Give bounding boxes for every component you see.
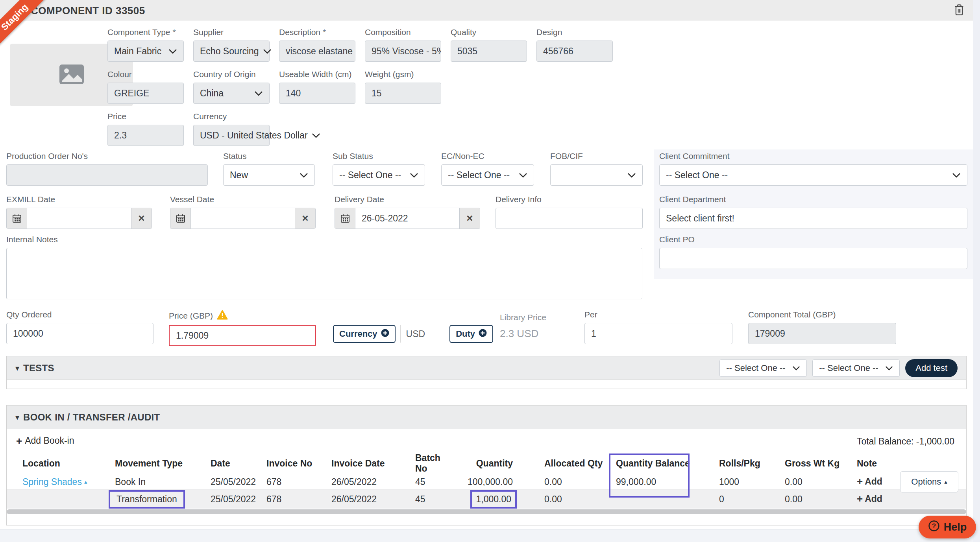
duty-add-button[interactable]: Duty [449,325,493,343]
client-po-field[interactable] [659,248,967,269]
currency-code-label: USD [406,329,425,339]
composition-label: Composition [365,28,441,37]
clear-icon[interactable]: × [459,208,480,229]
chevron-down-icon [519,173,527,178]
qty-ordered-field[interactable]: 100000 [6,323,153,344]
internal-notes-label: Internal Notes [6,235,58,244]
per-label: Per [584,310,732,319]
client-commitment-select[interactable]: -- Select One -- [659,164,967,186]
calendar-icon[interactable] [170,208,191,229]
delivery-date-field: 26-05-2022 × [335,208,480,229]
header-bar: COMPONENT ID 33505 [0,0,973,20]
composition-field[interactable]: 95% Viscose - 5% Elastane [365,41,441,62]
client-department-field[interactable]: Select client first! [659,208,967,229]
test-type-select[interactable]: -- Select One -- [719,359,807,377]
total-balance: Total Balance: -1,000.00 [857,436,954,447]
vessel-date-input[interactable] [191,208,295,229]
library-price-value: 2.3 USD [500,328,579,340]
production-order-field[interactable] [6,164,208,186]
chevron-down-icon [410,173,418,178]
image-icon [59,64,85,87]
delivery-date-input[interactable]: 26-05-2022 [355,208,459,229]
question-circle-icon: ? [928,520,940,535]
chevron-down-icon [885,366,893,371]
component-form-grid: Component Type * Main Fabric Supplier Ec… [107,28,613,146]
test-result-select[interactable]: -- Select One -- [812,359,900,377]
annotation-box-transformation: Transformation [109,490,185,509]
chevron-down-icon [952,173,961,178]
quality-field[interactable]: 5035 [451,41,527,62]
options-button[interactable]: Options▴ [900,471,958,492]
delivery-date-label: Delivery Date [335,195,480,204]
help-button[interactable]: ? Help [919,516,976,538]
description-field[interactable]: viscose elastane [279,41,355,62]
calendar-icon[interactable] [7,208,27,229]
caret-up-icon: ▴ [944,478,947,485]
table-row: Spring Shades▴ Book In 25/05/2022 678 26… [7,471,966,490]
chevron-down-icon [168,49,177,54]
description-label: Description * [279,28,355,37]
chevron-down-icon [263,49,272,54]
collapse-caret-icon: ▾ [15,413,19,422]
vessel-date-label: Vessel Date [170,195,316,204]
plus-circle-icon [479,329,487,339]
client-department-label: Client Department [659,195,967,204]
production-order-label: Production Order No's [6,151,208,161]
price-gbp-field[interactable]: 1.79009 [169,325,316,346]
per-field[interactable]: 1 [584,323,732,344]
price-field[interactable]: 2.3 [107,125,184,146]
add-bookin-link[interactable]: +Add Book-in [16,435,74,446]
divider [400,325,401,343]
location-link[interactable]: Spring Shades▴ [22,477,87,487]
client-po-label: Client PO [659,235,967,244]
ec-non-ec-select[interactable]: -- Select One -- [441,164,534,186]
calendar-icon[interactable] [335,208,355,229]
note-add-button[interactable]: +Add [857,494,882,504]
tests-title: TESTS [23,363,54,374]
clear-icon[interactable]: × [131,208,152,229]
weight-label: Weight (gsm) [365,70,441,79]
vessel-date-field: × [170,208,316,229]
colour-field[interactable]: GREIGE [107,83,184,104]
delivery-info-field[interactable] [496,208,643,229]
sub-status-select[interactable]: -- Select One -- [333,164,425,186]
component-total-label: Component Total (GBP) [748,310,896,319]
component-type-select[interactable]: Main Fabric [107,41,184,62]
internal-notes-textarea[interactable] [6,248,642,299]
bookin-panel: ▾ BOOK IN / TRANSFER /AUDIT +Add Book-in… [6,405,967,525]
page-gutter [973,0,980,542]
currency-add-button[interactable]: Currency [333,325,396,343]
bookin-table: Location Movement Type Date Invoice No I… [7,453,966,509]
country-select[interactable]: China [193,83,270,104]
bookin-header[interactable]: ▾ BOOK IN / TRANSFER /AUDIT [7,406,966,429]
note-add-button[interactable]: +Add [857,476,882,487]
currency-select[interactable]: USD - United States Dollar [193,125,270,146]
clear-icon[interactable]: × [295,208,315,229]
design-field[interactable]: 456766 [536,41,613,62]
fob-cif-label: FOB/CIF [550,151,643,161]
plus-circle-icon [381,329,389,339]
price-gbp-label: Price (GBP) [169,311,213,321]
colour-label: Colour [107,70,184,79]
weight-field[interactable]: 15 [365,83,441,104]
status-select[interactable]: New [223,164,315,186]
delivery-info-label: Delivery Info [496,195,643,204]
supplier-select[interactable]: Echo Sourcing [193,41,270,62]
plus-icon: + [857,476,863,487]
exmill-date-label: EXMILL Date [6,195,152,204]
tests-header[interactable]: ▾ TESTS -- Select One -- -- Select One -… [7,356,966,380]
exmill-date-input[interactable] [27,208,131,229]
plus-icon: + [857,494,863,504]
useable-width-label: Useable Width (cm) [279,70,355,79]
component-total-field[interactable]: 179009 [748,323,896,344]
price-label: Price [107,112,184,121]
delete-component-button[interactable] [952,4,966,17]
svg-text:?: ? [932,522,936,530]
chevron-down-icon [792,366,800,371]
fob-cif-select[interactable] [550,164,643,186]
chevron-down-icon [300,173,308,178]
bookin-title: BOOK IN / TRANSFER /AUDIT [23,412,160,423]
useable-width-field[interactable]: 140 [279,83,355,104]
add-test-button[interactable]: Add test [905,359,958,377]
horizontal-scrollbar[interactable] [7,509,966,514]
